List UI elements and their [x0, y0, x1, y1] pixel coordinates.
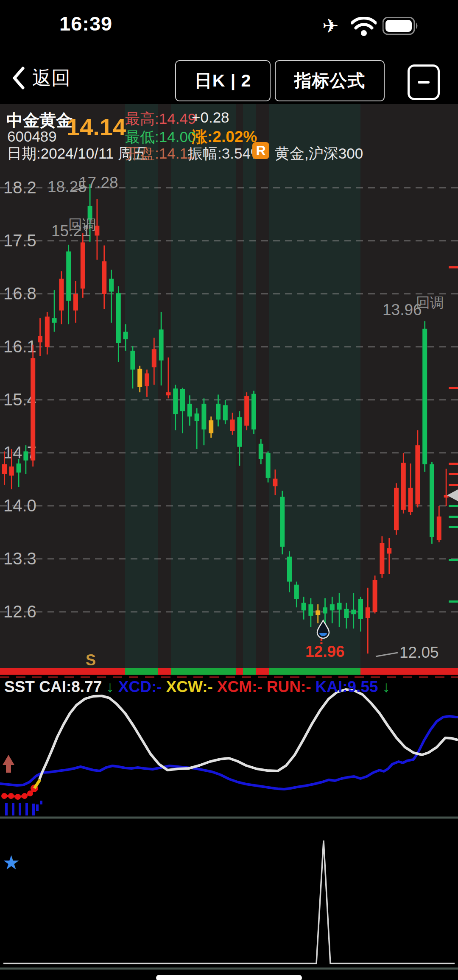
trend-strip-segment: [256, 668, 269, 675]
candle: [373, 575, 377, 613]
red-signal-dot: [22, 793, 28, 799]
battery-icon: [383, 17, 419, 35]
level-tick-red: [449, 473, 458, 475]
trend-strip-segment: [243, 668, 256, 675]
indicator-values-row: SST CAI:8.77↓XCD:-XCW:-XCM:-RUN:-KAI:9.5…: [4, 678, 458, 698]
up-arrow-icon: [3, 755, 14, 773]
candle: [280, 491, 285, 554]
signal-subchart[interactable]: ★: [0, 816, 458, 970]
back-button[interactable]: 返回: [12, 65, 70, 91]
y-axis-label: 12.6: [3, 602, 36, 621]
candle: [394, 483, 399, 534]
y-axis-label: 16.1: [3, 337, 36, 356]
home-indicator[interactable]: [156, 975, 302, 980]
level-tick-red: [449, 387, 458, 389]
chart-annotation: 17.28: [79, 174, 118, 191]
indicator-value: KAI:9.55: [316, 678, 378, 698]
minus-icon: [418, 81, 430, 84]
red-signal-dot: [15, 794, 21, 800]
indicator-value: ↓: [383, 678, 391, 698]
white-indicator-line: [39, 690, 458, 779]
red-signal-dot: [8, 793, 14, 799]
y-axis-label: 14.0: [3, 496, 36, 515]
airplane-mode-icon: ✈: [322, 14, 339, 37]
indicator-value: ↓: [106, 678, 114, 698]
candle: [251, 391, 256, 434]
level-tick-green: [449, 600, 458, 603]
chart-annotation: 12.96: [305, 643, 345, 660]
trend-strip-segment: [158, 668, 171, 675]
indicator-value: XCM:-: [217, 678, 263, 698]
chart-annotation: 回调: [416, 295, 444, 310]
level-tick-green: [449, 559, 458, 561]
level-tick-green: [449, 526, 458, 528]
collapse-button[interactable]: [408, 64, 440, 100]
y-axis-label: 17.5: [3, 231, 36, 250]
trend-strip-segment: [125, 668, 158, 675]
star-icon: ★: [3, 852, 20, 874]
trend-strip-segment: [0, 668, 125, 675]
candle: [31, 345, 35, 466]
candle: [266, 451, 271, 482]
chevron-left-icon: [12, 67, 25, 89]
y-axis-label: 18.2: [3, 178, 36, 197]
candle: [244, 392, 249, 430]
change-value: +0.28: [192, 109, 229, 126]
chart-annotation: 回调: [68, 217, 96, 232]
stock-code: 600489: [7, 128, 57, 145]
wifi-icon: [351, 17, 377, 36]
nav-bar: 返回 日K | 2 指标公式: [0, 55, 458, 104]
indicator-value: SST CAI:8.77: [4, 678, 102, 698]
level-tick-green: [449, 516, 458, 518]
level-tick-red: [449, 266, 458, 268]
chart-annotation: S: [86, 651, 96, 669]
indicator-value: XCW:-: [166, 678, 213, 698]
indicator-value: XCD:-: [118, 678, 162, 698]
oscillator-subchart[interactable]: [0, 687, 458, 816]
stock-info-header: 中金黄金 14.14 600489 日期:2024/10/11 周五 最高:14…: [0, 104, 458, 161]
candle: [430, 462, 434, 544]
signal-spike-line: [3, 840, 455, 963]
level-tick-red: [449, 484, 458, 486]
trend-strip-segment: [236, 668, 243, 675]
level-tick-red: [449, 463, 458, 465]
status-time: 16:39: [59, 12, 112, 35]
high-value: 最高:14.49: [125, 109, 196, 129]
candle: [81, 233, 85, 298]
candlestick-chart[interactable]: 18.217.516.816.115.414.714.013.312.618.2…: [0, 104, 458, 679]
back-label: 返回: [32, 65, 70, 91]
y-axis-label: 16.8: [3, 284, 36, 303]
indicator-value: RUN:-: [267, 678, 311, 698]
y-axis-label: 13.3: [3, 549, 36, 568]
sector-tags: 黄金,沪深300: [275, 144, 363, 164]
indicator-formula-button[interactable]: 指标公式: [275, 60, 385, 101]
trend-strip-segment: [171, 668, 236, 675]
kline-period-button[interactable]: 日K | 2: [175, 60, 271, 101]
level-tick-green: [449, 505, 458, 507]
open-value: 开盘:14.11: [125, 144, 195, 164]
trend-strip-segment: [269, 668, 360, 675]
chart-annotation: 12.05: [399, 644, 439, 661]
r-badge: R: [252, 142, 269, 159]
trend-strip-segment: [360, 668, 458, 675]
candle: [422, 321, 427, 472]
stock-price: 14.14: [67, 113, 126, 141]
red-signal-dot: [1, 793, 7, 799]
